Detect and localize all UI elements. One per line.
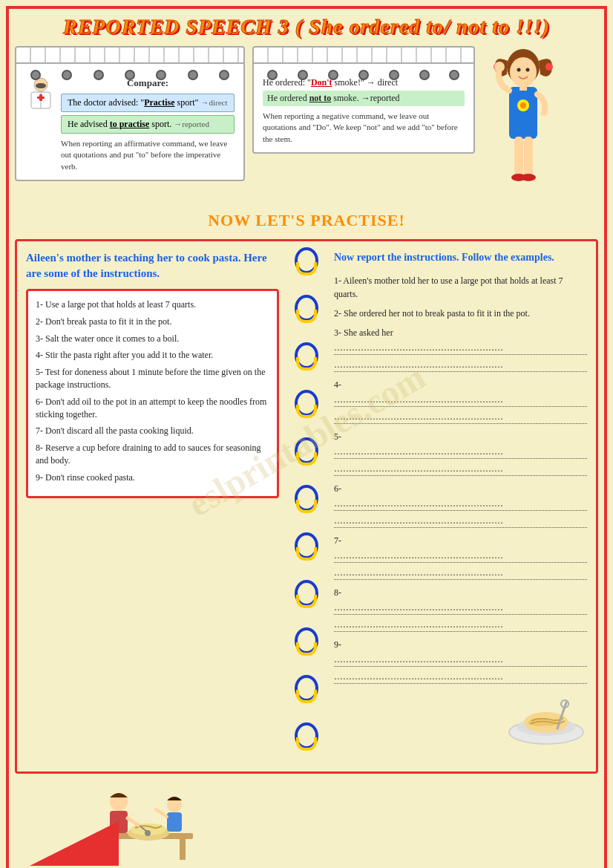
svg-point-17 <box>494 62 505 72</box>
left-card: Compare: The doctor advised: "Practise s… <box>15 46 245 181</box>
answer-8-line2: ………………………………………………… <box>334 618 587 632</box>
svg-rect-6 <box>36 83 46 88</box>
answer-4-line2: ………………………………………………… <box>334 410 587 424</box>
spiral-dot <box>449 70 459 80</box>
left-panel-title: Aileen's mother is teaching her to cook … <box>26 250 279 281</box>
answer-9-line1: ………………………………………………… <box>334 653 587 667</box>
spiral-binding <box>288 241 325 771</box>
instruction-7: 7- Don't discard all the pasta cooking l… <box>36 425 269 437</box>
ring-10 <box>295 675 318 702</box>
instruction-9: 9- Don't rinse cooked pasta. <box>36 471 269 484</box>
svg-point-16 <box>520 102 526 108</box>
ring-9 <box>295 627 318 654</box>
answer-6-number: 6- <box>334 483 341 494</box>
spiral-top-left <box>25 70 235 80</box>
speech-arrow-icon <box>30 821 119 866</box>
svg-rect-39 <box>167 812 182 832</box>
spiral-dot <box>267 70 278 80</box>
pasta-illustration-container <box>334 691 587 747</box>
main-content: Aileen's mother is teaching her to cook … <box>15 239 598 774</box>
instruction-3: 3- Salt the water once it comes to a boi… <box>36 333 269 345</box>
ring-1 <box>295 247 318 274</box>
example1-direct: The doctor advised: "Practise sport" →di… <box>61 94 235 112</box>
right-card-note: When reporting a negative command, we le… <box>263 111 465 145</box>
answer-8-number: 8- <box>334 587 341 598</box>
svg-point-12 <box>525 68 529 72</box>
svg-point-21 <box>521 174 536 181</box>
answer-5-line1: ………………………………………………… <box>334 445 587 459</box>
answer-3-line2: ………………………………………………… <box>334 358 587 372</box>
ring-3 <box>295 342 318 369</box>
answer-4-line1: ………………………………………………… <box>334 393 587 407</box>
ring-8 <box>295 580 318 607</box>
answer-7-number: 7- <box>334 535 341 546</box>
answer-6-line2: ………………………………………………… <box>334 514 587 528</box>
answer-3-line1: ………………………………………………… <box>334 341 587 355</box>
spiral-dot <box>156 70 166 80</box>
ring-4 <box>295 390 318 417</box>
answer-8-line1: ………………………………………………… <box>334 601 587 615</box>
ring-5 <box>295 437 318 464</box>
svg-point-10 <box>510 57 537 87</box>
answer-5: 5- ………………………………………………… ……………………………………………… <box>334 430 587 476</box>
top-section: Compare: The doctor advised: "Practise s… <box>15 46 598 202</box>
svg-rect-30 <box>180 839 186 860</box>
svg-rect-13 <box>509 87 537 139</box>
answer-1: 1- Aileen's mother told her to use a lar… <box>334 274 587 301</box>
svg-line-35 <box>128 818 140 826</box>
instruction-5: 5- Test for doneness about 1 minute befo… <box>36 366 269 391</box>
svg-rect-14 <box>519 83 527 91</box>
spiral-dot <box>328 70 338 80</box>
left-panel: Aileen's mother is teaching her to cook … <box>17 241 288 771</box>
answer-8: 8- ………………………………………………… ……………………………………………… <box>334 586 587 632</box>
svg-point-8 <box>545 63 553 71</box>
right-card: He ordered: "Don't smoke!" → direct He o… <box>252 46 475 154</box>
spiral-dot <box>419 70 430 80</box>
answer-3-prefix: She asked her <box>344 327 393 338</box>
practise-title: NOW LET'S PRACTISE! <box>15 211 598 230</box>
spiral-dot <box>62 70 72 80</box>
spiral-dot <box>298 70 308 80</box>
instructions-box: 1- Use a large pot that holds at least 7… <box>26 289 279 498</box>
answer-1-text: Aileen's mother told her to use a large … <box>334 275 563 299</box>
spiral-dot <box>188 70 198 80</box>
spiral-dot <box>30 70 41 80</box>
instruction-8: 8- Reserve a cup before draining to add … <box>36 442 269 467</box>
ring-2 <box>295 295 318 322</box>
ring-11 <box>295 722 318 749</box>
answer-9-line2: ………………………………………………… <box>334 670 587 684</box>
spiral-top-right <box>263 70 465 80</box>
spiral-dot <box>389 70 399 80</box>
girl-illustration <box>482 46 564 202</box>
svg-rect-4 <box>39 94 42 101</box>
spiral-dot <box>358 70 369 80</box>
example2-reported: He ordered not to smoke. →reported <box>263 91 465 106</box>
answer-5-number: 5- <box>334 431 341 442</box>
svg-rect-19 <box>524 137 533 177</box>
instruction-2: 2- Don't break pasta to fit it in the po… <box>36 316 269 328</box>
answer-2-text: She ordered her not to break pasta to fi… <box>344 308 530 319</box>
instruction-6: 6- Don't add oil to the pot in an attemp… <box>36 396 269 421</box>
svg-line-40 <box>156 809 167 817</box>
speech-arrow-container <box>30 821 119 866</box>
example1-reported: He advised to practise sport. →reported <box>61 115 235 134</box>
answer-7-line2: ………………………………………………… <box>334 566 587 580</box>
answer-2-number: 2- <box>334 308 341 319</box>
svg-rect-18 <box>514 137 523 177</box>
answer-6-line1: ………………………………………………… <box>334 497 587 511</box>
answer-4: 4- ………………………………………………… ……………………………………………… <box>334 378 587 424</box>
answer-4-number: 4- <box>334 379 341 390</box>
spiral-dot <box>219 70 229 80</box>
pasta-plate-icon <box>505 691 587 747</box>
answer-2: 2- She ordered her not to break pasta to… <box>334 307 587 320</box>
right-panel-title: Now report the instructions. Follow the … <box>334 250 587 265</box>
svg-point-11 <box>517 68 520 72</box>
page-title: REPORTED SPEECH 3 ( She ordered to/ not … <box>15 15 598 39</box>
answer-6: 6- ………………………………………………… ……………………………………………… <box>334 482 587 528</box>
answer-7-line1: ………………………………………………… <box>334 549 587 563</box>
page-container: eslprintables.com REPORTED SPEECH 3 ( Sh… <box>6 6 607 868</box>
answer-1-number: 1- <box>334 275 341 286</box>
ring-7 <box>295 532 318 559</box>
answer-9-number: 9- <box>334 639 341 650</box>
doctor-icon <box>25 77 56 116</box>
